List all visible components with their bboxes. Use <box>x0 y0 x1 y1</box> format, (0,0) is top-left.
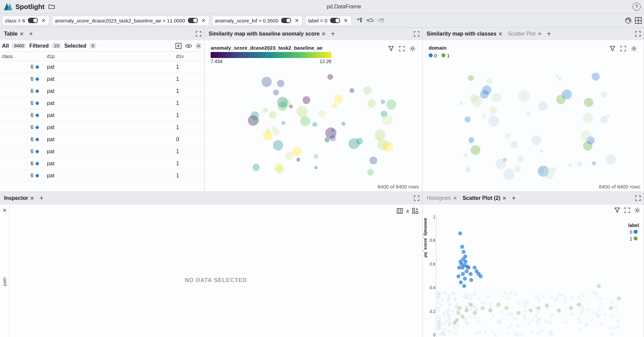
legend-title: label <box>628 223 639 228</box>
filter-text: class = 6 <box>5 18 25 23</box>
selected-label[interactable]: Selected <box>64 43 87 49</box>
close-icon[interactable]: ✕ <box>343 17 348 24</box>
add-column-icon[interactable] <box>175 42 182 50</box>
close-icon[interactable]: ✕ <box>41 17 46 24</box>
open-folder-icon[interactable] <box>48 3 55 10</box>
add-tab-icon[interactable]: + <box>38 194 46 202</box>
svg-rect-24 <box>416 212 418 214</box>
eye-icon[interactable] <box>185 42 192 50</box>
columns-icon[interactable] <box>396 207 404 215</box>
palette-icon[interactable] <box>625 17 632 24</box>
inspector-panel: Inspector✕ + ✕ path ✕ NO DATA SELECTED 4 <box>0 192 423 337</box>
tab-sim-classes[interactable]: Similarity map with classes✕ <box>425 30 504 38</box>
filtered-label[interactable]: Filtered <box>29 43 49 49</box>
all-label[interactable]: All <box>2 43 9 49</box>
close-icon[interactable]: ✕ <box>453 195 457 201</box>
legend-item: 0 <box>434 53 437 58</box>
filter-chip[interactable]: class = 6✕ <box>2 16 49 25</box>
add-card-icon <box>377 17 384 24</box>
svg-point-7 <box>628 18 629 19</box>
tab-label: Inspector <box>4 195 28 201</box>
add-filter-icon[interactable] <box>356 17 363 24</box>
close-icon[interactable]: ✕ <box>294 17 300 24</box>
add-tab-icon[interactable]: + <box>510 194 518 202</box>
filter-toggle[interactable] <box>188 18 198 23</box>
close-icon[interactable]: ✕ <box>20 31 24 37</box>
table-row[interactable]: 6pat1 <box>0 146 204 158</box>
table-row[interactable]: 6pat1 <box>0 85 204 97</box>
table-row[interactable]: 6pat1 <box>0 158 204 170</box>
all-count: 8400 <box>12 43 26 48</box>
filter-text: anomaly_score_dcase2023_task2_baseline_a… <box>55 18 185 23</box>
filter-toggle[interactable] <box>28 18 38 23</box>
sim-map-anomaly-panel: Similarity map with baseline anomaly sco… <box>205 27 423 192</box>
filter-toggle[interactable] <box>281 18 291 23</box>
filter-icon[interactable] <box>387 45 395 52</box>
row-counter: 8400 of 8400 rows <box>378 184 419 189</box>
maximize-icon[interactable] <box>413 30 420 38</box>
expand-icon[interactable] <box>624 207 631 214</box>
tab-table[interactable]: Table✕ <box>2 30 26 38</box>
table-row[interactable]: 6pat1 <box>0 121 204 133</box>
close-icon[interactable]: ✕ <box>498 31 502 37</box>
close-icon[interactable]: ✕ <box>538 31 542 37</box>
tab-scatter-plot[interactable]: Scatter Plot✕ <box>506 30 544 38</box>
no-data-message: NO DATA SELECTED <box>9 205 422 337</box>
scatter-canvas[interactable] <box>426 60 640 181</box>
legend-dot-icon <box>429 53 433 57</box>
legend-dot-icon <box>634 230 638 234</box>
add-tab-icon[interactable]: + <box>545 30 553 38</box>
table-row[interactable]: 6pat1 <box>0 61 204 73</box>
tab-label: Similarity map with classes <box>427 31 496 37</box>
filter-chip[interactable]: label = 0✕ <box>305 16 352 25</box>
maximize-icon[interactable] <box>413 194 420 202</box>
table-row[interactable]: 6pat1 <box>0 170 204 182</box>
filter-icon[interactable] <box>609 45 616 52</box>
col-d1v-header[interactable]: d1v <box>176 54 204 59</box>
app-header: Spotlight pd.DataFrame ? <box>0 0 644 13</box>
spotlight-logo <box>3 2 13 11</box>
help-icon[interactable]: ? <box>633 3 641 11</box>
add-grid-icon[interactable] <box>412 207 419 215</box>
layout-grid-icon[interactable] <box>635 17 642 24</box>
close-icon[interactable]: ✕ <box>201 17 206 24</box>
close-icon[interactable]: ✕ <box>30 195 34 201</box>
close-icon[interactable]: ✕ <box>322 31 326 37</box>
maximize-icon[interactable] <box>634 194 642 202</box>
tab-label: Table <box>4 31 18 37</box>
gear-icon[interactable] <box>195 42 202 50</box>
col-d1p-header[interactable]: d1p <box>47 54 176 59</box>
close-icon[interactable]: ✕ <box>2 207 7 214</box>
svg-point-25 <box>636 209 638 211</box>
add-tab-icon[interactable]: + <box>27 30 35 38</box>
tab-sim-anomaly[interactable]: Similarity map with baseline anomaly sco… <box>207 30 328 38</box>
col-class-header[interactable]: class <box>0 54 47 59</box>
tab-label: Scatter Plot (2) <box>463 195 500 201</box>
selected-count: 0 <box>90 43 96 48</box>
gear-icon[interactable] <box>409 45 416 52</box>
gear-icon[interactable] <box>630 45 638 52</box>
add-cloud-icon[interactable] <box>366 17 374 24</box>
grid-count: 4 <box>406 208 409 214</box>
table-row[interactable]: 6pat0 <box>0 133 204 146</box>
table-row[interactable]: 6pat1 <box>0 73 204 85</box>
close-icon[interactable]: ✕ <box>502 195 506 201</box>
add-tab-icon[interactable]: + <box>329 30 337 38</box>
filter-icon[interactable] <box>613 207 621 214</box>
filter-chip[interactable]: anomaly_score_lof > 0.3500✕ <box>212 16 303 25</box>
table-row[interactable]: 6pat1 <box>0 109 204 121</box>
expand-icon[interactable] <box>398 45 406 52</box>
sim-map-classes-panel: Similarity map with classes✕ Scatter Plo… <box>423 27 644 192</box>
maximize-icon[interactable] <box>195 30 202 38</box>
tab-histogram[interactable]: Histogram✕ <box>425 194 459 203</box>
maximize-icon[interactable] <box>634 30 642 38</box>
expand-icon[interactable] <box>620 45 627 52</box>
filter-toggle[interactable] <box>330 18 340 23</box>
chart-canvas[interactable] <box>436 215 617 337</box>
gear-icon[interactable] <box>634 207 641 214</box>
tab-scatter-2[interactable]: Scatter Plot (2)✕ <box>461 194 508 203</box>
scatter-canvas[interactable] <box>208 60 419 181</box>
table-row[interactable]: 6pat1 <box>0 97 204 109</box>
filter-chip[interactable]: anomaly_score_dcase2023_task2_baseline_a… <box>52 16 209 25</box>
tab-inspector[interactable]: Inspector✕ <box>2 194 36 203</box>
